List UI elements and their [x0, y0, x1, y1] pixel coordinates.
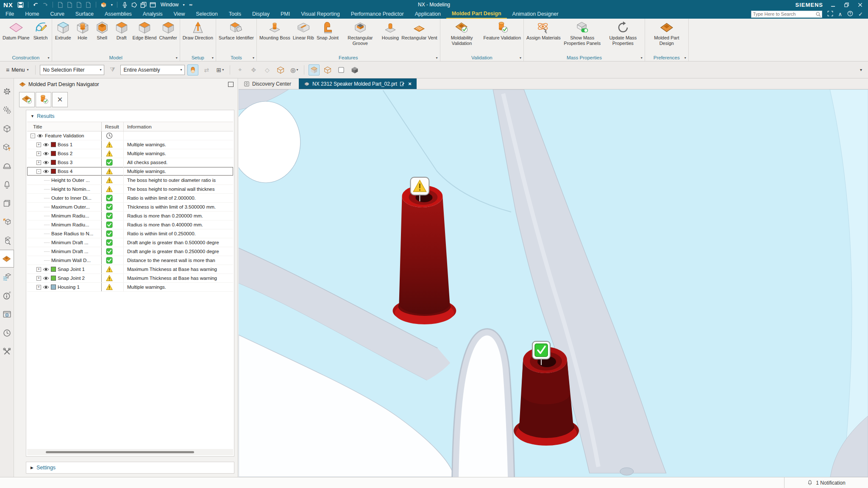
row-title[interactable]: Base Radius to N... [51, 231, 93, 236]
row-title[interactable]: Height to Outer ... [51, 178, 90, 183]
toolbar-overflow-arrow[interactable]: ▾ [860, 67, 865, 72]
restore-button[interactable] [843, 1, 850, 8]
ribbon-button[interactable]: Linear Rib [292, 20, 315, 42]
sidebar-item-clamp[interactable] [0, 156, 14, 175]
row-title[interactable]: Minimum Radiu... [51, 213, 89, 218]
ribbon-button[interactable]: Snap Joint [315, 20, 340, 42]
cut-icon[interactable] [57, 2, 64, 8]
command-finder-dropdown[interactable]: ▾ [111, 3, 113, 7]
close-button[interactable] [856, 1, 864, 8]
row-title[interactable]: Feature Validation [45, 133, 84, 138]
row-title[interactable]: Height to Nomin... [51, 187, 90, 192]
ribbon-button[interactable]: Draw Direction [181, 20, 214, 42]
expander[interactable]: + [36, 142, 41, 147]
ribbon-tab[interactable]: File [0, 9, 19, 19]
search-input[interactable] [751, 11, 815, 17]
row-title[interactable]: Minimum Radiu... [51, 222, 89, 227]
cube-target-icon[interactable] [275, 64, 286, 75]
sidebar-item-info[interactable] [0, 286, 14, 305]
ribbon-tab[interactable]: Application [409, 9, 446, 19]
minimize-ribbon-icon[interactable]: ∧ [838, 11, 843, 17]
ribbon-tab[interactable]: Tools [223, 9, 247, 19]
shaded-view-icon[interactable] [309, 64, 320, 75]
ribbon-button[interactable]: Update Mass Properties [603, 20, 643, 47]
eye-icon[interactable] [43, 267, 49, 272]
table-row[interactable]: Maximum Outer... Thickness is within lim… [27, 203, 233, 212]
eye-icon[interactable] [43, 142, 49, 147]
navigator-maximize-button[interactable] [228, 82, 234, 87]
window-switch-icon[interactable] [140, 2, 147, 8]
part-tab[interactable]: NX 2312 Speaker Molded Part_02.prt × [299, 78, 417, 89]
expander[interactable]: + [36, 160, 41, 165]
table-row[interactable]: Minimum Radiu... Radius is more than 0.2… [27, 212, 233, 220]
capture-icon[interactable] [85, 2, 92, 8]
results-header[interactable]: ▼ Results [26, 110, 234, 122]
ribbon-group-dropdown-arrow[interactable]: ▾ [48, 56, 50, 60]
3d-scene[interactable] [239, 89, 868, 477]
selection-filter-dropdown[interactable]: No Selection Filter▾ [40, 65, 104, 75]
ribbon-tab[interactable]: Assemblies [99, 9, 137, 19]
notification-area[interactable]: 1 Notification [784, 477, 868, 488]
copy-icon[interactable] [67, 2, 73, 8]
blank-view-icon[interactable] [336, 64, 347, 75]
table-row[interactable]: + Boss 3 All checks passed. [27, 158, 233, 167]
sidebar-item-layers[interactable] [0, 194, 14, 212]
sidebar-item-settings[interactable] [0, 82, 14, 100]
window-menu[interactable]: Window [161, 2, 179, 8]
ribbon-tab[interactable]: Display [247, 9, 275, 19]
row-title[interactable]: Boss 1 [58, 142, 72, 147]
settings-section[interactable]: ▶ Settings [26, 462, 234, 474]
ribbon-button[interactable]: Extrude [53, 20, 73, 42]
command-finder-icon[interactable] [100, 2, 107, 8]
ribbon-tab[interactable]: Molded Part Design [446, 9, 507, 19]
selection-list-icon[interactable]: ⊞▾ [214, 64, 225, 75]
dark-view-icon[interactable] [349, 64, 360, 75]
redo-icon[interactable] [42, 2, 48, 8]
ribbon-tab[interactable]: Performance Predictor [345, 9, 409, 19]
save-icon[interactable] [17, 2, 24, 8]
snap-quadrant-icon[interactable]: ◇ [262, 64, 273, 75]
scrollbar-thumb[interactable] [46, 451, 194, 453]
ribbon-button[interactable]: Chamfer [158, 20, 178, 42]
table-row[interactable]: Minimum Radiu... Radius is more than 0.4… [27, 220, 233, 229]
snap-point-icon[interactable]: ⌖ [234, 64, 245, 75]
expander[interactable]: - [36, 169, 41, 174]
ribbon-tab[interactable]: Selection [190, 9, 223, 19]
ribbon-button[interactable]: Shell [92, 20, 112, 42]
search-icon[interactable] [815, 11, 821, 17]
ribbon-tab[interactable]: Animation Designer [507, 9, 564, 19]
ribbon-group-dropdown-arrow[interactable]: ▾ [641, 56, 643, 60]
row-title[interactable]: Outer to Inner Di... [51, 195, 92, 201]
plane-target-icon[interactable]: ◎▾ [289, 64, 300, 75]
ribbon-tab[interactable]: Curve [45, 9, 70, 19]
row-title[interactable]: Minimum Draft ... [51, 240, 89, 245]
ribbon-tab[interactable]: Surface [70, 9, 99, 19]
table-row[interactable]: Outer to Inner Di... Ratio is within lim… [27, 194, 233, 203]
ribbon-group-dropdown-arrow[interactable]: ▾ [212, 56, 214, 60]
sidebar-item-measure[interactable] [0, 212, 14, 231]
ribbon-button[interactable]: Molded Part Design [646, 20, 687, 47]
sidebar-item-utilities[interactable] [0, 342, 14, 361]
row-title[interactable]: Snap Joint 2 [58, 276, 85, 281]
eye-icon[interactable] [37, 134, 43, 138]
expander[interactable]: + [36, 285, 41, 290]
ribbon-button[interactable]: Edge Blend [131, 20, 158, 42]
ribbon-button[interactable]: Rectangular Groove [340, 20, 381, 47]
touch-mode-icon[interactable] [131, 2, 137, 8]
ribbon-button[interactable]: Feature Validation [482, 20, 522, 42]
eye-icon[interactable] [43, 285, 49, 290]
row-title[interactable]: Maximum Outer... [51, 204, 90, 209]
table-row[interactable]: Minimum Wall D... Distance to the neares… [27, 256, 233, 265]
ribbon-button[interactable]: Mounting Boss [258, 20, 292, 42]
table-row[interactable]: + Snap Joint 2 Maximum Thickness at Base… [27, 274, 233, 283]
voice-command-icon[interactable] [122, 2, 128, 8]
ribbon-button[interactable]: Housing [381, 20, 400, 42]
boss-validation-button[interactable] [36, 92, 51, 107]
small-hole[interactable] [620, 468, 634, 475]
horizontal-scrollbar[interactable] [27, 449, 233, 455]
delete-validation-button[interactable]: × [52, 92, 68, 107]
eye-icon[interactable] [43, 276, 49, 281]
row-title[interactable]: Minimum Wall D... [51, 258, 91, 263]
ribbon-button[interactable]: Moldability Validation [442, 20, 482, 47]
swap-selection-icon[interactable]: ⇄ [201, 64, 212, 75]
